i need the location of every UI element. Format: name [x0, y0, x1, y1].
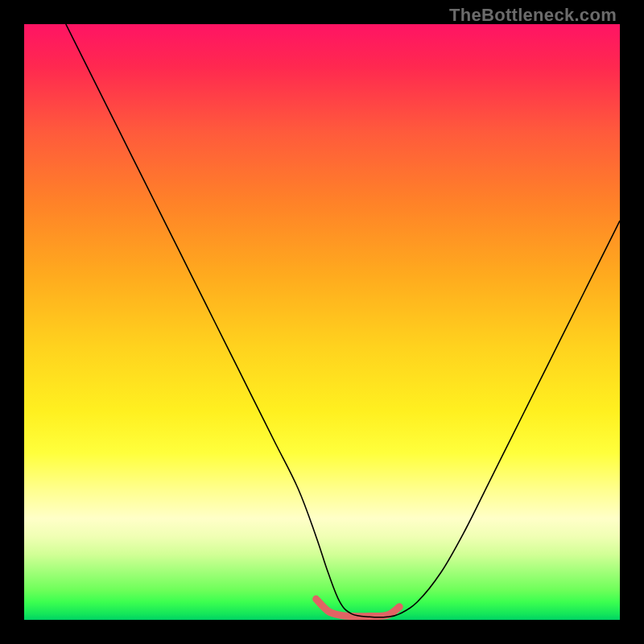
bottom-highlight-path — [316, 599, 400, 617]
chart-frame: TheBottleneck.com — [0, 0, 644, 644]
curve-layer — [24, 24, 620, 620]
main-curve-path — [66, 24, 620, 617]
plot-area — [24, 24, 620, 620]
attribution-text: TheBottleneck.com — [449, 5, 617, 26]
